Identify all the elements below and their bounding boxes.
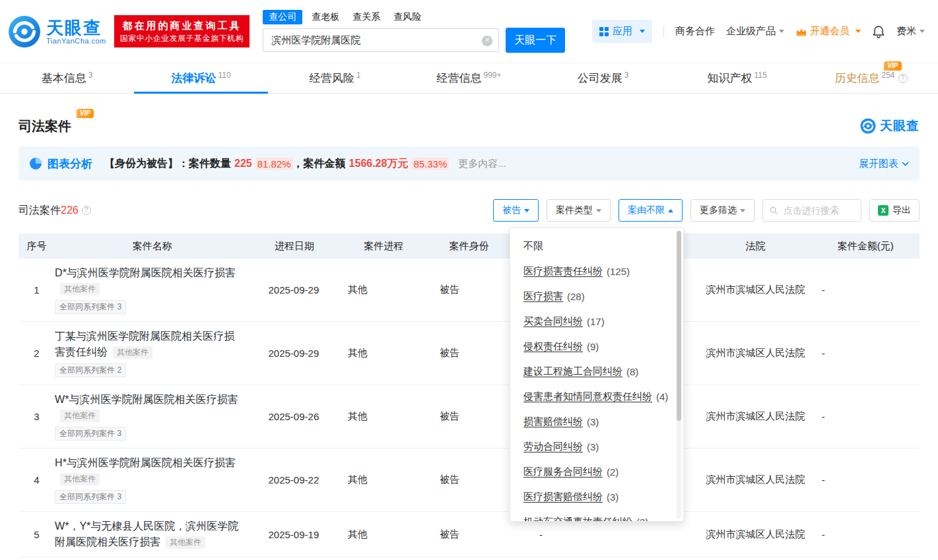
nav-tab-label: 经营风险 (310, 71, 354, 86)
user-menu[interactable]: 费米 (896, 25, 925, 38)
nav-tab[interactable]: 基本信息3 (0, 63, 134, 93)
series-tag[interactable]: 全部同系列案件 2 (55, 363, 126, 377)
cell-index: 1 (18, 259, 55, 322)
dropdown-item-name: 机动车交通事故责任纠纷 (523, 516, 632, 522)
notifications-button[interactable] (872, 25, 885, 38)
filter-button-label: 案件类型 (556, 204, 593, 216)
case-name-link[interactable]: W*，Y*与无棣县人民医院，滨州医学院附属医院相关医疗损害其他案件 (55, 518, 240, 550)
company-search-input[interactable] (263, 29, 498, 51)
export-button[interactable]: X 导出 (869, 199, 920, 222)
analysis-bar: 图表分析 【身份为被告】：案件数量 225 81.82% ，案件金额 1566.… (18, 146, 920, 181)
dropdown-item-name: 建设工程施工合同纠纷 (523, 365, 622, 378)
dropdown-item[interactable]: 劳动合同纠纷(3) (510, 434, 683, 459)
filter-button[interactable]: 更多筛选 (690, 199, 754, 222)
dropdown-item-count: (9) (587, 341, 599, 352)
dropdown-item-count: (4) (656, 391, 668, 402)
nav-tabs: 基本信息3法律诉讼110经营风险1经营信息999+公司发展3知识产权115历史信… (0, 63, 938, 94)
dropdown-item[interactable]: 买卖合同纠纷(17) (510, 309, 683, 334)
help-icon[interactable]: ? (82, 206, 91, 215)
dropdown-scrollbar-thumb[interactable] (677, 231, 681, 421)
dropdown-item[interactable]: 损害赔偿纠纷(3) (510, 409, 683, 434)
nav-tab[interactable]: 历史信息VIP254? (804, 63, 938, 93)
dropdown-item-count: (3) (636, 516, 648, 522)
series-tag-wrap: 全部同系列案件 2 (55, 364, 240, 378)
apps-button[interactable]: 应用 (592, 20, 652, 43)
cell-index: 2 (18, 322, 55, 385)
caret-down-icon (596, 209, 601, 212)
logo-subtitle: TianYanCha.com (46, 37, 106, 45)
search-tab[interactable]: 查老板 (312, 11, 339, 23)
dropdown-item[interactable]: 侵权责任纠纷(9) (510, 334, 683, 359)
dropdown-item-name: 不限 (523, 240, 543, 253)
nav-tab[interactable]: 公司发展3 (536, 63, 670, 93)
search-row: × 天眼一下 (263, 28, 565, 53)
nav-tab[interactable]: 经营信息999+ (402, 63, 536, 93)
dropdown-item-name: 医疗服务合同纠纷 (523, 466, 603, 478)
nav-tab-count-wrap: VIP254 (879, 72, 894, 85)
cause-dropdown: 不限医疗损害责任纠纷(125)医疗损害(28)买卖合同纠纷(17)侵权责任纠纷(… (510, 228, 684, 522)
cell-progress: 其他 (339, 385, 428, 449)
dropdown-item[interactable]: 机动车交通事故责任纠纷(3) (510, 509, 683, 522)
cell-court: 滨州市滨城区人民法院 (699, 512, 811, 557)
open-vip-link[interactable]: 开通会员 (795, 25, 861, 38)
search-tab[interactable]: 查关系 (352, 11, 380, 23)
table-search-input[interactable] (782, 204, 854, 216)
dropdown-item[interactable]: 医疗损害赔偿纠纷(3) (510, 484, 683, 509)
cell-court: 滨州市滨城区人民法院 (699, 259, 811, 322)
dropdown-item-count: (28) (567, 291, 585, 302)
table-row: 2丁某与滨州医学院附属医院相关医疗损害责任纠纷其他案件全部同系列案件 22025… (18, 322, 920, 385)
brand-name: 天眼查 (880, 117, 920, 135)
case-name-link[interactable]: D*与滨州医学院附属医院相关医疗损害其他案件 (55, 265, 240, 297)
nav-tab[interactable]: 知识产权115 (670, 63, 804, 93)
case-name-link[interactable]: H*与滨州医学院附属医院相关医疗损害其他案件 (55, 455, 240, 487)
logo[interactable]: 天眼查 TianYanCha.com (8, 15, 106, 48)
expand-chart-link[interactable]: 展开图表 (859, 158, 909, 170)
filter-button[interactable]: 被告 (493, 199, 539, 222)
table-header-cell: 进程日期 (250, 233, 339, 259)
user-label: 费米 (896, 25, 916, 38)
series-tag[interactable]: 全部同系列案件 3 (55, 490, 126, 504)
more-content-link[interactable]: 更多内容... (458, 158, 506, 170)
series-tag-wrap: 全部同系列案件 3 (55, 301, 240, 315)
cell-identity: 被告 (428, 449, 510, 512)
nav-tab[interactable]: 法律诉讼110 (134, 63, 268, 93)
dropdown-item[interactable]: 医疗损害责任纠纷(125) (510, 259, 683, 284)
dropdown-item-name: 劳动合同纠纷 (523, 441, 583, 453)
series-tag[interactable]: 全部同系列案件 3 (55, 300, 126, 314)
info-icon[interactable]: ? (898, 74, 908, 83)
table-search-box[interactable] (762, 199, 861, 222)
caret-down-icon (524, 209, 529, 212)
search-area: 查公司查老板查关系查风险 × 天眼一下 (263, 10, 565, 53)
logo-text: 天眼查 TianYanCha.com (46, 18, 106, 45)
series-tag[interactable]: 全部同系列案件 3 (55, 427, 126, 441)
table-header-cell: 案件身份 (428, 233, 510, 259)
filter-button-label: 案由不限 (628, 204, 665, 216)
search-tab[interactable]: 查风险 (393, 11, 421, 23)
dropdown-item[interactable]: 侵害患者知情同意权责任纠纷(4) (510, 384, 683, 409)
nav-tab-count-wrap: 110 (216, 72, 230, 85)
nav-tab-count: 3 (624, 71, 629, 80)
case-name-link[interactable]: 丁某与滨州医学院附属医院相关医疗损害责任纠纷其他案件 (55, 328, 240, 360)
filter-button[interactable]: 案由不限 (619, 199, 683, 222)
biz-cooperation-link[interactable]: 商务合作 (675, 25, 715, 38)
search-input-wrap: × (263, 28, 499, 52)
dropdown-item[interactable]: 建设工程施工合同纠纷(8) (510, 359, 683, 384)
dropdown-item-count: (8) (626, 366, 638, 377)
search-button[interactable]: 天眼一下 (506, 28, 565, 53)
filter-button-label: 被告 (502, 204, 521, 216)
cell-progress-date: 2025-09-29 (250, 322, 339, 385)
nav-tab[interactable]: 经营风险1 (268, 63, 402, 93)
search-tab[interactable]: 查公司 (263, 10, 302, 24)
enterprise-product-menu[interactable]: 企业级产品 (726, 25, 784, 38)
dropdown-item[interactable]: 医疗服务合同纠纷(2) (510, 459, 683, 484)
dropdown-item[interactable]: 不限 (510, 233, 683, 259)
dropdown-item[interactable]: 医疗损害(28) (510, 284, 683, 309)
biz-label: 商务合作 (675, 25, 715, 38)
case-name-link[interactable]: W*与滨州医学院附属医院相关医疗损害其他案件 (55, 392, 240, 423)
nav-tab-label: 历史信息 (834, 71, 879, 86)
filter-button[interactable]: 案件类型 (547, 199, 611, 222)
dropdown-item-count: (2) (607, 466, 619, 478)
analysis-label[interactable]: 图表分析 (48, 156, 92, 171)
dropdown-scrollbar[interactable] (677, 231, 681, 518)
dropdown-item-name: 医疗损害赔偿纠纷 (523, 491, 603, 503)
